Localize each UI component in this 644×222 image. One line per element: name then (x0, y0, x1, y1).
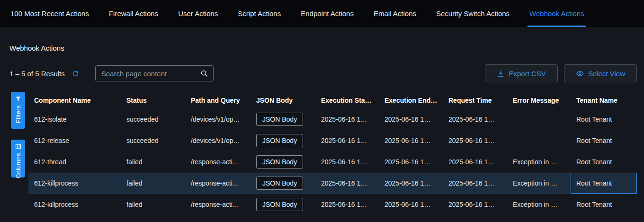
cell-json-body: JSON Body (250, 130, 315, 151)
cell-request-time: 2025-06-16 1… (443, 109, 507, 130)
filters-button-label: Filters (15, 105, 22, 123)
table-body: 612-isolate succeeded /devices/v1/op… JS… (28, 109, 637, 215)
select-view-button[interactable]: Select View (564, 64, 637, 82)
cell-execution-end: 2025-06-16 1… (379, 194, 443, 215)
column-header[interactable]: Status (121, 97, 185, 104)
cell-status: failed (121, 194, 185, 215)
cell-json-body: JSON Body (250, 151, 315, 172)
cell-component-name: 612-killprocess (28, 194, 121, 215)
cell-error-message (507, 130, 571, 151)
column-header[interactable]: Request Time (443, 97, 507, 104)
cell-execution-end: 2025-06-16 1… (379, 109, 443, 130)
webhook-actions-table: Component NameStatusPath and QueryJSON B… (28, 92, 637, 215)
refresh-button[interactable] (71, 68, 81, 79)
cell-execution-start: 2025-06-16 1… (315, 130, 379, 151)
cell-path-and-query: /response-acti… (185, 194, 250, 215)
cell-execution-start: 2025-06-16 1… (315, 194, 379, 215)
columns-button-label: Columns (15, 153, 22, 178)
column-header[interactable]: Path and Query (185, 97, 250, 104)
cell-execution-end: 2025-06-16 1… (379, 130, 443, 151)
cell-execution-start: 2025-06-16 1… (315, 151, 379, 172)
cell-tenant-name: Root Tenant (571, 173, 637, 194)
tab-email-actions[interactable]: Email Actions (374, 0, 416, 27)
columns-icon (15, 143, 21, 150)
cell-error-message: Exception in … (507, 151, 571, 172)
cell-json-body: JSON Body (250, 109, 315, 130)
cell-error-message (507, 109, 571, 130)
json-body-button[interactable]: JSON Body (256, 155, 303, 169)
json-body-button[interactable]: JSON Body (256, 113, 303, 126)
cell-json-body: JSON Body (250, 173, 315, 194)
cell-tenant-name: Root Tenant (571, 130, 637, 151)
json-body-button[interactable]: JSON Body (256, 134, 303, 147)
cell-status: succeeded (121, 130, 185, 151)
cell-request-time: 2025-06-16 1… (443, 173, 507, 194)
results-count: 1 – 5 of 5 Results (9, 70, 65, 78)
cell-component-name: 612-isolate (28, 109, 121, 130)
cell-execution-start: 2025-06-16 1… (315, 109, 379, 130)
cell-request-time: 2025-06-16 1… (443, 130, 507, 151)
column-header[interactable]: JSON Body (250, 97, 315, 104)
tab-100-most-recent-actions[interactable]: 100 Most Recent Actions (10, 0, 89, 27)
json-body-button[interactable]: JSON Body (256, 177, 303, 190)
refresh-icon (72, 70, 80, 78)
eye-icon (576, 70, 584, 78)
cell-component-name: 612-killprocess (28, 173, 121, 194)
tab-webhook-actions[interactable]: Webhook Actions (529, 0, 584, 27)
table-header-row: Component NameStatusPath and QueryJSON B… (28, 92, 637, 109)
tab-script-actions[interactable]: Script Actions (238, 0, 281, 27)
columns-button[interactable]: Columns (11, 140, 25, 178)
tab-user-actions[interactable]: User Actions (178, 0, 218, 27)
filter-icon (15, 96, 21, 102)
column-header[interactable]: Execution End… (379, 97, 443, 104)
search-box (95, 65, 214, 81)
cell-status: failed (121, 151, 185, 172)
cell-tenant-name: Root Tenant (571, 109, 637, 130)
table-row[interactable]: 612-thread failed /response-acti… JSON B… (28, 151, 637, 173)
cell-execution-end: 2025-06-16 1… (379, 173, 443, 194)
select-view-label: Select View (588, 70, 625, 78)
table-row[interactable]: 612-killprocess failed /response-acti… J… (28, 194, 637, 215)
filters-button[interactable]: Filters (11, 92, 25, 129)
toolbar: 1 – 5 of 5 Results Export CSV Select Vie… (0, 64, 644, 82)
export-csv-button[interactable]: Export CSV (485, 64, 558, 82)
cell-execution-start: 2025-06-16 1… (315, 173, 379, 194)
column-header[interactable]: Execution Sta… (315, 97, 379, 104)
cell-status: failed (121, 173, 185, 194)
tab-bar: 100 Most Recent ActionsFirewall ActionsU… (0, 0, 644, 27)
cell-error-message: Exception in … (507, 173, 571, 194)
column-header[interactable]: Tenant Name (571, 97, 637, 104)
search-input[interactable] (101, 70, 200, 78)
cell-path-and-query: /devices/v1/op… (185, 109, 250, 130)
tab-firewall-actions[interactable]: Firewall Actions (109, 0, 158, 27)
cell-component-name: 612-release (28, 130, 121, 151)
cell-error-message: Exception in … (507, 194, 571, 215)
cell-request-time: 2025-06-16 1… (443, 194, 507, 215)
cell-path-and-query: /devices/v1/op… (185, 130, 250, 151)
page-title: Webhook Actions (9, 44, 644, 52)
cell-execution-end: 2025-06-16 1… (379, 151, 443, 172)
download-icon (497, 70, 505, 78)
table-row[interactable]: 612-release succeeded /devices/v1/op… JS… (28, 130, 637, 151)
column-header[interactable]: Component Name (28, 97, 121, 104)
json-body-button[interactable]: JSON Body (256, 198, 303, 211)
column-header[interactable]: Error Message (507, 97, 571, 104)
cell-tenant-name: Root Tenant (571, 194, 637, 215)
table-row[interactable]: 612-killprocess failed /response-acti… J… (28, 173, 637, 194)
cell-path-and-query: /response-acti… (185, 151, 250, 172)
cell-json-body: JSON Body (250, 194, 315, 215)
cell-tenant-name: Root Tenant (571, 151, 637, 172)
search-icon[interactable] (200, 70, 208, 78)
table-row[interactable]: 612-isolate succeeded /devices/v1/op… JS… (28, 109, 637, 130)
cell-request-time: 2025-06-16 1… (443, 151, 507, 172)
tab-endpoint-actions[interactable]: Endpoint Actions (301, 0, 354, 27)
cell-status: succeeded (121, 109, 185, 130)
export-csv-label: Export CSV (509, 70, 546, 78)
cell-component-name: 612-thread (28, 151, 121, 172)
cell-path-and-query: /response-acti… (185, 173, 250, 194)
tab-security-switch-actions[interactable]: Security Switch Actions (436, 0, 510, 27)
